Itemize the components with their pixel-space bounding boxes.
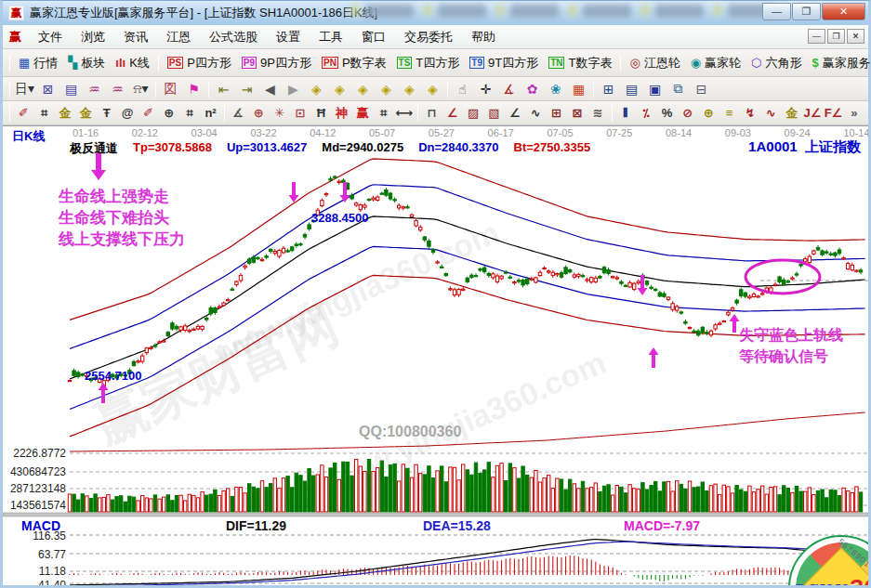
trend-angle-icon[interactable]: ∠ xyxy=(505,103,525,124)
angle-measure-icon[interactable]: ∡ xyxy=(497,79,521,99)
diamond-nav-3-icon[interactable]: ◈ xyxy=(351,79,375,99)
theme-icon[interactable]: ❀ xyxy=(544,79,567,99)
pattern-icon[interactable]: 図 xyxy=(159,79,182,99)
candle-style-icon[interactable]: ⍾▾ xyxy=(129,79,152,99)
menu-item-浏览[interactable]: 浏览 xyxy=(72,27,114,46)
toolbar-item-gann-wheel[interactable]: ◎江恩轮 xyxy=(625,52,684,74)
gold-level-icon[interactable]: 金 xyxy=(782,103,802,124)
diamond-nav-1-icon[interactable]: ◈ xyxy=(305,79,328,99)
win-marker-icon[interactable]: 赢 xyxy=(352,103,373,124)
send-chart-icon[interactable]: ⧉ xyxy=(666,79,690,99)
circle-degree-icon[interactable]: ⊕ xyxy=(159,103,179,124)
wave-check-icon[interactable]: ∿ xyxy=(525,103,546,124)
diamond-nav-4-icon[interactable]: ◈ xyxy=(375,79,398,99)
percent-circle-icon[interactable]: ⊘ xyxy=(678,103,698,124)
toolbar-item-hexagon[interactable]: ⬡六角形 xyxy=(746,52,806,74)
net-chart-icon[interactable]: ⊠ xyxy=(36,79,59,99)
menu-item-江恩[interactable]: 江恩 xyxy=(157,27,200,46)
hand-pointer-icon[interactable]: ☝ xyxy=(451,79,474,99)
save-icon[interactable]: ▣ xyxy=(643,79,666,99)
diamond-nav-5-icon[interactable]: ◈ xyxy=(398,79,421,99)
restore-button[interactable]: ❐ xyxy=(792,3,821,20)
toolbar-item-kline[interactable]: ılıK线 xyxy=(111,52,154,74)
calendar-21-icon[interactable]: ▦ xyxy=(567,79,590,99)
percent-icon[interactable]: % xyxy=(656,103,677,124)
wave-9-icon[interactable]: ♒ xyxy=(106,79,129,99)
minimize-button[interactable]: — xyxy=(762,3,791,20)
gold-circle-icon[interactable]: ⊕ xyxy=(698,103,719,124)
toolbar-item-winner-wheel[interactable]: ◉赢家轮 xyxy=(686,52,746,74)
grid-2-icon[interactable]: ⌗ xyxy=(179,103,200,124)
j-line-icon[interactable]: J∠ xyxy=(802,103,823,124)
percent-bars-icon[interactable]: ⫴ xyxy=(615,103,636,124)
price-grid-icon[interactable]: ⌗ xyxy=(33,103,54,124)
shen-marker-icon[interactable]: 神 xyxy=(332,103,352,124)
pencil-2-icon[interactable]: ✐ xyxy=(138,103,158,124)
gold-ratio-icon[interactable]: 金 xyxy=(75,103,96,124)
door-tool-icon[interactable]: ⊓ xyxy=(421,103,442,124)
first-page-icon[interactable]: ⇤ xyxy=(212,79,235,99)
brush-icon[interactable]: ✐ xyxy=(13,103,33,124)
color-flag-icon[interactable]: ⚑ xyxy=(182,79,205,99)
diamond-nav-6-icon[interactable]: ◈ xyxy=(421,79,444,99)
kline-style-icon[interactable]: 日▾ xyxy=(13,79,36,99)
child-close-button[interactable]: ✕ xyxy=(847,29,864,44)
print-icon[interactable]: ⊟ xyxy=(690,79,713,99)
menu-item-交易委托[interactable]: 交易委托 xyxy=(395,27,462,46)
toolbar-item-9t-square[interactable]: T99T四方形 xyxy=(465,52,543,74)
close-button[interactable]: ✕ xyxy=(822,3,865,20)
menu-item-公式选股[interactable]: 公式选股 xyxy=(200,27,267,46)
ruler-123-icon[interactable]: ⌗ xyxy=(373,103,393,124)
quote-list-icon[interactable]: ▤ xyxy=(59,79,83,99)
percent-line-icon[interactable]: ⁒ xyxy=(636,103,656,124)
gold-grid-icon[interactable]: 金 xyxy=(55,103,75,124)
box-grid-icon[interactable]: ▧ xyxy=(483,103,504,124)
star-lines-icon[interactable]: ✳ xyxy=(270,103,290,124)
toolbar-item-t-table[interactable]: TNT数字表 xyxy=(544,52,616,74)
diamond-nav-2-icon[interactable]: ◈ xyxy=(328,79,351,99)
toolbar-item-9p-square[interactable]: P99P四方形 xyxy=(237,52,316,74)
menu-item-窗口[interactable]: 窗口 xyxy=(352,27,395,46)
menu-item-资讯[interactable]: 资讯 xyxy=(114,27,157,46)
toolbar-item-winner-service[interactable]: $赢家服务 xyxy=(807,52,871,74)
spiral-icon[interactable]: @ xyxy=(117,103,138,124)
h-marker-icon[interactable]: Ħ xyxy=(310,103,331,124)
box-target-icon[interactable]: ⊡ xyxy=(290,103,310,124)
notes-icon[interactable]: ▤ xyxy=(620,79,643,99)
page-next-icon[interactable]: ▶ xyxy=(282,79,305,99)
toolbar-item-t-square[interactable]: TST四方形 xyxy=(392,52,465,74)
menu-item-设置[interactable]: 设置 xyxy=(267,27,310,46)
calculator-icon[interactable]: ⊞ xyxy=(597,79,620,99)
toolbar-item-sectors[interactable]: ▚板块 xyxy=(63,52,110,74)
toolbar-item-quotes[interactable]: ▦行情 xyxy=(14,52,62,74)
grid-3-icon[interactable]: ⊞ xyxy=(546,103,566,124)
f-line-icon[interactable]: F∠ xyxy=(823,103,843,124)
gift-icon[interactable]: ✿ xyxy=(521,79,544,99)
child-restore-button[interactable]: ❐ xyxy=(827,29,845,44)
multi-lines-icon[interactable]: ≋ xyxy=(587,103,608,124)
width-measure-icon[interactable]: ⟷ xyxy=(394,103,415,124)
price-flag-icon[interactable]: ↯ xyxy=(740,103,760,124)
gold-line-icon[interactable]: ≡ xyxy=(719,103,739,124)
main-toolbar: ▦行情▚板块ılıK线PSP四方形P99P四方形PNP数字表TST四方形T99T… xyxy=(3,49,868,77)
last-page-icon[interactable]: ⇥ xyxy=(235,79,258,99)
gann-circle-icon[interactable]: ⊕ xyxy=(248,103,269,124)
toolbar-item-p-table[interactable]: PNP数字表 xyxy=(317,52,391,74)
menu-item-帮助[interactable]: 帮助 xyxy=(462,27,505,46)
f-grid-icon[interactable]: Ŧ xyxy=(97,103,117,124)
crosshair-icon[interactable]: ✛ xyxy=(474,79,497,99)
wave-3-icon[interactable]: ♒ xyxy=(83,79,106,99)
menu-item-文件[interactable]: 文件 xyxy=(29,27,72,46)
toolbar-item-p-square[interactable]: PSP四方形 xyxy=(163,52,236,74)
child-minimize-button[interactable]: — xyxy=(808,29,825,44)
angle-tool-icon[interactable]: ∡ xyxy=(228,103,248,124)
fan-lines-icon[interactable]: ∠ xyxy=(442,103,463,124)
n2-square-icon[interactable]: n² xyxy=(200,103,220,124)
wave-band-icon[interactable]: ∿ xyxy=(760,103,781,124)
menu-item-工具[interactable]: 工具 xyxy=(310,27,352,46)
grid-x-icon[interactable]: ⊠ xyxy=(567,103,587,124)
page-prev-icon[interactable]: ◀ xyxy=(258,79,282,99)
more-tools-icon[interactable]: » xyxy=(844,103,864,124)
title-bar[interactable]: 赢 赢家江恩专业版[赢家服务平台] - [上证指数 SH1A0001-186日K… xyxy=(3,1,868,25)
box-fan-icon[interactable]: ▨ xyxy=(463,103,483,124)
